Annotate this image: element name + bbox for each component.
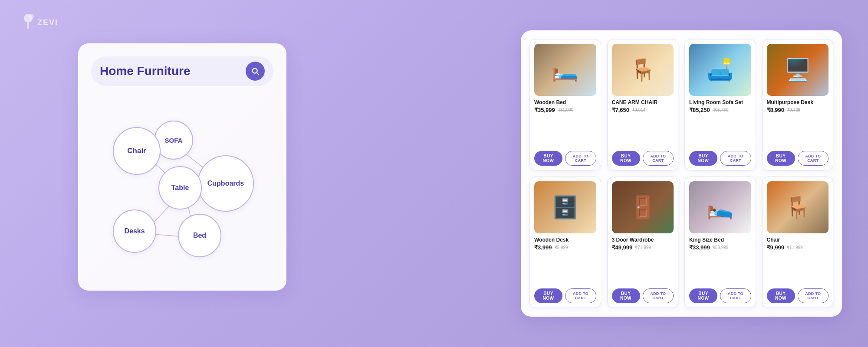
product-original-price-wooden-desk: ₹5,999 xyxy=(555,245,568,250)
search-title: Home Furniture xyxy=(100,64,246,78)
product-image-wooden-bed: 🛏️ xyxy=(534,44,596,96)
product-card-3-door-wardrobe: 🚪 3 Door Wardrobe ₹49,999 ₹71,999 BUY NO… xyxy=(607,177,679,308)
products-panel: 🛏️ Wooden Bed ₹35,999 ₹81,999 BUY NOW AD… xyxy=(521,30,842,317)
product-original-price-wooden-bed: ₹81,999 xyxy=(558,108,574,112)
product-prices-multipurpose-desk: ₹8,990 ₹9,725 xyxy=(767,107,829,113)
product-original-price-cane-arm-chair: ₹9,914 xyxy=(632,108,645,112)
product-name-king-size-bed: King Size Bed xyxy=(689,237,751,243)
product-buttons-multipurpose-desk: BUY NOW ADD TO CART xyxy=(767,151,829,166)
product-price-cane-arm-chair: ₹7,650 xyxy=(612,107,630,113)
product-prices-chair: ₹9,999 ₹11,999 xyxy=(767,244,829,251)
buy-now-button-king-size-bed[interactable]: BUY NOW xyxy=(689,288,717,303)
product-card-chair: 🪑 Chair ₹9,999 ₹11,999 BUY NOW ADD TO CA… xyxy=(762,177,834,308)
product-image-chair: 🪑 xyxy=(767,181,829,233)
product-buttons-chair: BUY NOW ADD TO CART xyxy=(767,288,829,303)
product-prices-living-room-sofa: ₹85,250 ₹95,750 xyxy=(689,107,751,113)
search-icon xyxy=(250,66,260,76)
product-original-price-multipurpose-desk: ₹9,725 xyxy=(787,108,800,112)
product-name-chair: Chair xyxy=(767,237,829,243)
category-chair[interactable]: Chair xyxy=(113,127,161,175)
add-to-cart-button-wooden-bed[interactable]: ADD TO CART xyxy=(565,151,596,166)
product-prices-wooden-desk: ₹3,999 ₹5,999 xyxy=(534,244,596,251)
svg-point-2 xyxy=(29,14,34,19)
search-bar: Home Furniture xyxy=(91,56,273,86)
buy-now-button-multipurpose-desk[interactable]: BUY NOW xyxy=(767,151,795,166)
buy-now-button-chair[interactable]: BUY NOW xyxy=(767,288,795,303)
add-to-cart-button-multipurpose-desk[interactable]: ADD TO CART xyxy=(798,151,829,166)
product-card-cane-arm-chair: 🪑 CANE ARM CHAIR ₹7,650 ₹9,914 BUY NOW A… xyxy=(607,39,679,170)
product-price-king-size-bed: ₹33,999 xyxy=(689,244,710,251)
product-prices-3-door-wardrobe: ₹49,999 ₹71,999 xyxy=(612,244,674,251)
product-price-living-room-sofa: ₹85,250 xyxy=(689,107,710,113)
product-original-price-living-room-sofa: ₹95,750 xyxy=(713,108,729,112)
product-name-wooden-bed: Wooden Bed xyxy=(534,99,596,105)
product-buttons-cane-arm-chair: BUY NOW ADD TO CART xyxy=(612,151,674,166)
product-prices-king-size-bed: ₹33,999 ₹53,999 xyxy=(689,244,751,251)
product-name-wooden-desk: Wooden Desk xyxy=(534,237,596,243)
product-image-3-door-wardrobe: 🚪 xyxy=(612,181,674,233)
product-card-wooden-bed: 🛏️ Wooden Bed ₹35,999 ₹81,999 BUY NOW AD… xyxy=(529,39,601,170)
svg-rect-1 xyxy=(27,23,29,29)
product-name-3-door-wardrobe: 3 Door Wardrobe xyxy=(612,237,674,243)
category-bed[interactable]: Bed xyxy=(178,214,221,257)
product-original-price-king-size-bed: ₹53,999 xyxy=(713,245,729,250)
add-to-cart-button-king-size-bed[interactable]: ADD TO CART xyxy=(720,288,751,303)
product-image-wooden-desk: 🗄️ xyxy=(534,181,596,233)
add-to-cart-button-chair[interactable]: ADD TO CART xyxy=(798,288,829,303)
product-image-living-room-sofa: 🛋️ xyxy=(689,44,751,96)
product-image-cane-arm-chair: 🪑 xyxy=(612,44,674,96)
buy-now-button-cane-arm-chair[interactable]: BUY NOW xyxy=(612,151,640,166)
category-bubble-map: SOFA Chair Cupboards Table Desks Bed xyxy=(91,99,273,281)
product-price-chair: ₹9,999 xyxy=(767,244,785,251)
product-buttons-3-door-wardrobe: BUY NOW ADD TO CART xyxy=(612,288,674,303)
product-original-price-3-door-wardrobe: ₹71,999 xyxy=(635,245,651,250)
add-to-cart-button-3-door-wardrobe[interactable]: ADD TO CART xyxy=(643,288,674,303)
buy-now-button-living-room-sofa[interactable]: BUY NOW xyxy=(689,151,717,166)
product-name-multipurpose-desk: Multipurpose Desk xyxy=(767,99,829,105)
search-button[interactable] xyxy=(246,62,265,81)
product-card-wooden-desk: 🗄️ Wooden Desk ₹3,999 ₹5,999 BUY NOW ADD… xyxy=(529,177,601,308)
logo: ZEVI xyxy=(22,13,58,33)
add-to-cart-button-wooden-desk[interactable]: ADD TO CART xyxy=(565,288,596,303)
buy-now-button-wooden-bed[interactable]: BUY NOW xyxy=(534,151,562,166)
product-price-multipurpose-desk: ₹8,990 xyxy=(767,107,785,113)
product-image-multipurpose-desk: 🖥️ xyxy=(767,44,829,96)
product-prices-wooden-bed: ₹35,999 ₹81,999 xyxy=(534,107,596,113)
buy-now-button-wooden-desk[interactable]: BUY NOW xyxy=(534,288,562,303)
product-image-king-size-bed: 🛌 xyxy=(689,181,751,233)
logo-text: ZEVI xyxy=(37,18,58,27)
left-panel: Home Furniture SOFA Chair Cupb xyxy=(78,43,286,291)
product-price-wooden-desk: ₹3,999 xyxy=(534,244,552,251)
category-cupboards[interactable]: Cupboards xyxy=(197,155,254,212)
product-name-cane-arm-chair: CANE ARM CHAIR xyxy=(612,99,674,105)
product-prices-cane-arm-chair: ₹7,650 ₹9,914 xyxy=(612,107,674,113)
add-to-cart-button-cane-arm-chair[interactable]: ADD TO CART xyxy=(643,151,674,166)
product-card-king-size-bed: 🛌 King Size Bed ₹33,999 ₹53,999 BUY NOW … xyxy=(684,177,756,308)
product-name-living-room-sofa: Living Room Sofa Set xyxy=(689,99,751,105)
buy-now-button-3-door-wardrobe[interactable]: BUY NOW xyxy=(612,288,640,303)
products-grid: 🛏️ Wooden Bed ₹35,999 ₹81,999 BUY NOW AD… xyxy=(529,39,833,308)
category-desks[interactable]: Desks xyxy=(113,210,156,253)
product-buttons-living-room-sofa: BUY NOW ADD TO CART xyxy=(689,151,751,166)
product-price-3-door-wardrobe: ₹49,999 xyxy=(612,244,633,251)
product-card-living-room-sofa: 🛋️ Living Room Sofa Set ₹85,250 ₹95,750 … xyxy=(684,39,756,170)
add-to-cart-button-living-room-sofa[interactable]: ADD TO CART xyxy=(720,151,751,166)
category-table[interactable]: Table xyxy=(158,166,202,210)
product-buttons-wooden-bed: BUY NOW ADD TO CART xyxy=(534,151,596,166)
product-card-multipurpose-desk: 🖥️ Multipurpose Desk ₹8,990 ₹9,725 BUY N… xyxy=(762,39,834,170)
product-price-wooden-bed: ₹35,999 xyxy=(534,107,555,113)
product-buttons-wooden-desk: BUY NOW ADD TO CART xyxy=(534,288,596,303)
product-original-price-chair: ₹11,999 xyxy=(787,245,803,250)
product-buttons-king-size-bed: BUY NOW ADD TO CART xyxy=(689,288,751,303)
